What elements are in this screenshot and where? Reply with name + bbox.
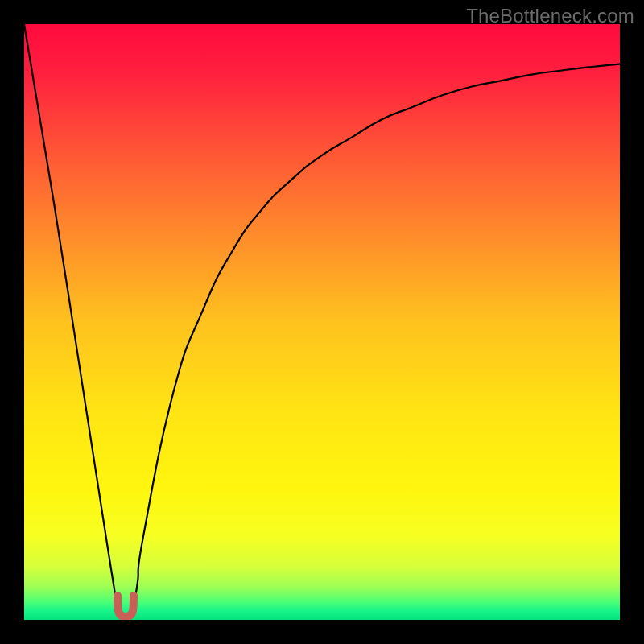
- chart-curve: [24, 24, 620, 620]
- watermark-text: TheBottleneck.com: [466, 5, 634, 27]
- u-marker-icon: [111, 592, 140, 620]
- chart-frame: TheBottleneck.com: [0, 0, 644, 644]
- chart-plot-area: [24, 24, 620, 620]
